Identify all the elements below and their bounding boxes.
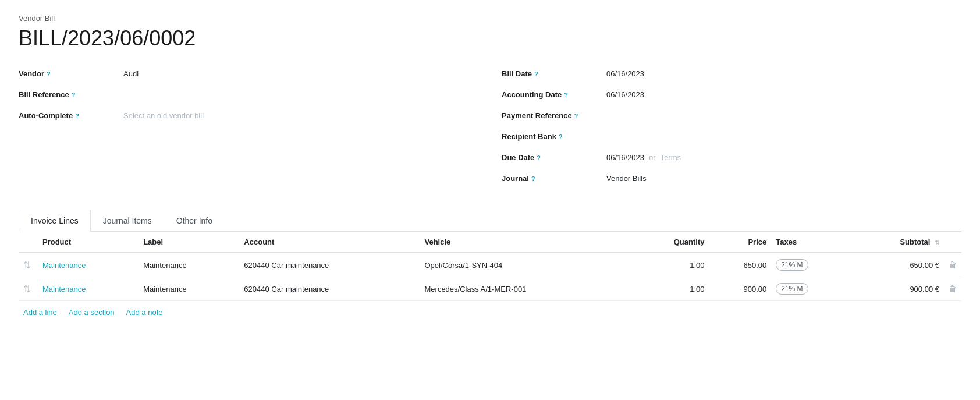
row1-tax-badge[interactable]: 21% M xyxy=(776,259,808,271)
row2-subtotal-value: 900.00 € xyxy=(910,285,939,293)
table-row: ⇅ Maintenance Maintenance 620440 Car mai… xyxy=(19,277,961,301)
due-date-field-row: Due Date ? 06/16/2023 or Terms xyxy=(502,148,961,169)
bill-reference-field-row: Bill Reference ? xyxy=(19,86,478,107)
page-subtitle: Vendor Bill xyxy=(19,14,961,23)
payment-reference-field-row: Payment Reference ? xyxy=(502,107,961,128)
row2-label-value: Maintenance xyxy=(143,285,186,293)
col-header-vehicle: Vehicle xyxy=(420,232,633,253)
recipient-bank-help-icon[interactable]: ? xyxy=(559,133,563,140)
col-header-price: Price xyxy=(709,232,771,253)
due-date-help-icon[interactable]: ? xyxy=(537,154,541,161)
due-date-value[interactable]: 06/16/2023 xyxy=(606,153,644,162)
due-date-row: 06/16/2023 or Terms xyxy=(606,153,681,162)
tabs-container: Invoice Lines Journal Items Other Info xyxy=(19,209,961,232)
auto-complete-label: Auto-Complete ? xyxy=(19,111,123,120)
row2-vehicle: Mercedes/Class A/1-MER-001 xyxy=(420,277,633,301)
row2-taxes: 21% M xyxy=(771,277,851,301)
page-title: BILL/2023/06/0002 xyxy=(19,26,961,51)
recipient-bank-label: Recipient Bank ? xyxy=(502,132,606,141)
left-fields: Vendor ? Audi Bill Reference ? Auto-Comp… xyxy=(19,65,478,190)
bill-reference-help-icon[interactable]: ? xyxy=(72,91,76,98)
row2-label: Maintenance xyxy=(139,277,239,301)
row2-product: Maintenance xyxy=(38,277,139,301)
drag-handle-icon[interactable]: ⇅ xyxy=(23,260,33,270)
row2-price: 900.00 xyxy=(709,277,771,301)
row2-account: 620440 Car maintenance xyxy=(239,277,420,301)
row1-subtotal-value: 650.00 € xyxy=(910,261,939,270)
invoice-table: Product Label Account Vehicle Quantity P… xyxy=(19,232,961,301)
add-note-link[interactable]: Add a note xyxy=(126,308,163,317)
row1-label-value: Maintenance xyxy=(143,261,186,270)
journal-field-row: Journal ? Vendor Bills xyxy=(502,169,961,190)
col-header-product: Product xyxy=(38,232,139,253)
row1-vehicle: Opel/Corsa/1-SYN-404 xyxy=(420,253,633,277)
payment-reference-help-icon[interactable]: ? xyxy=(574,112,578,119)
row2-handle: ⇅ xyxy=(19,277,38,301)
accounting-date-value[interactable]: 06/16/2023 xyxy=(606,90,644,99)
row1-product-link[interactable]: Maintenance xyxy=(42,261,86,270)
accounting-date-help-icon[interactable]: ? xyxy=(564,91,568,98)
row1-delete-icon[interactable]: 🗑 xyxy=(949,260,957,270)
row2-quantity-value: 1.00 xyxy=(690,285,704,293)
row1-account-value: 620440 Car maintenance xyxy=(244,261,329,270)
recipient-bank-field-row: Recipient Bank ? xyxy=(502,128,961,148)
journal-label: Journal ? xyxy=(502,174,606,183)
add-section-link[interactable]: Add a section xyxy=(69,308,115,317)
subtotal-sort-icon[interactable]: ⇅ xyxy=(935,239,939,246)
vendor-value: Audi xyxy=(123,69,139,78)
row1-price-value: 650.00 xyxy=(743,261,766,270)
vendor-help-icon[interactable]: ? xyxy=(47,70,51,77)
due-date-or: or xyxy=(649,153,656,162)
table-footer: Add a line Add a section Add a note xyxy=(19,301,961,324)
row1-subtotal: 650.00 € xyxy=(851,253,944,277)
row2-subtotal: 900.00 € xyxy=(851,277,944,301)
row2-quantity: 1.00 xyxy=(633,277,709,301)
row1-quantity: 1.00 xyxy=(633,253,709,277)
row1-delete: 🗑 xyxy=(944,253,961,277)
row1-product: Maintenance xyxy=(38,253,139,277)
col-header-taxes: Taxes xyxy=(771,232,851,253)
tab-invoice-lines[interactable]: Invoice Lines xyxy=(19,210,91,232)
col-header-account: Account xyxy=(239,232,420,253)
journal-help-icon[interactable]: ? xyxy=(531,175,535,182)
right-fields: Bill Date ? 06/16/2023 Accounting Date ?… xyxy=(502,65,961,190)
col-header-subtotal: Subtotal ⇅ xyxy=(851,232,944,253)
bill-date-field-row: Bill Date ? 06/16/2023 xyxy=(502,65,961,86)
col-header-delete xyxy=(944,232,961,253)
row1-vehicle-value: Opel/Corsa/1-SYN-404 xyxy=(425,261,503,270)
auto-complete-help-icon[interactable]: ? xyxy=(75,112,79,119)
row2-delete: 🗑 xyxy=(944,277,961,301)
add-line-link[interactable]: Add a line xyxy=(23,308,57,317)
row1-handle: ⇅ xyxy=(19,253,38,277)
col-header-handle xyxy=(19,232,38,253)
tab-journal-items[interactable]: Journal Items xyxy=(91,210,164,232)
row2-tax-badge[interactable]: 21% M xyxy=(776,283,808,295)
row2-delete-icon[interactable]: 🗑 xyxy=(949,284,957,293)
row2-account-value: 620440 Car maintenance xyxy=(244,285,329,293)
col-header-label: Label xyxy=(139,232,239,253)
bill-date-value[interactable]: 06/16/2023 xyxy=(606,69,644,78)
accounting-date-field-row: Accounting Date ? 06/16/2023 xyxy=(502,86,961,107)
row1-price: 650.00 xyxy=(709,253,771,277)
accounting-date-label: Accounting Date ? xyxy=(502,90,606,99)
row1-account: 620440 Car maintenance xyxy=(239,253,420,277)
table-header-row: Product Label Account Vehicle Quantity P… xyxy=(19,232,961,253)
vendor-label: Vendor ? xyxy=(19,69,123,78)
vendor-field-row: Vendor ? Audi xyxy=(19,65,478,86)
bill-date-label: Bill Date ? xyxy=(502,69,606,78)
due-date-label: Due Date ? xyxy=(502,153,606,162)
row2-price-value: 900.00 xyxy=(743,285,766,293)
bill-date-help-icon[interactable]: ? xyxy=(534,70,538,77)
row1-quantity-value: 1.00 xyxy=(690,261,704,270)
journal-value[interactable]: Vendor Bills xyxy=(606,174,647,183)
row1-taxes: 21% M xyxy=(771,253,851,277)
bill-reference-label: Bill Reference ? xyxy=(19,90,123,99)
col-header-quantity: Quantity xyxy=(633,232,709,253)
drag-handle-icon[interactable]: ⇅ xyxy=(23,284,33,294)
payment-reference-label: Payment Reference ? xyxy=(502,111,606,120)
row2-vehicle-value: Mercedes/Class A/1-MER-001 xyxy=(425,285,527,293)
row2-product-link[interactable]: Maintenance xyxy=(42,285,86,293)
due-date-terms-link[interactable]: Terms xyxy=(661,153,681,162)
auto-complete-value[interactable]: Select an old vendor bill xyxy=(123,111,204,120)
tab-other-info[interactable]: Other Info xyxy=(164,210,225,232)
